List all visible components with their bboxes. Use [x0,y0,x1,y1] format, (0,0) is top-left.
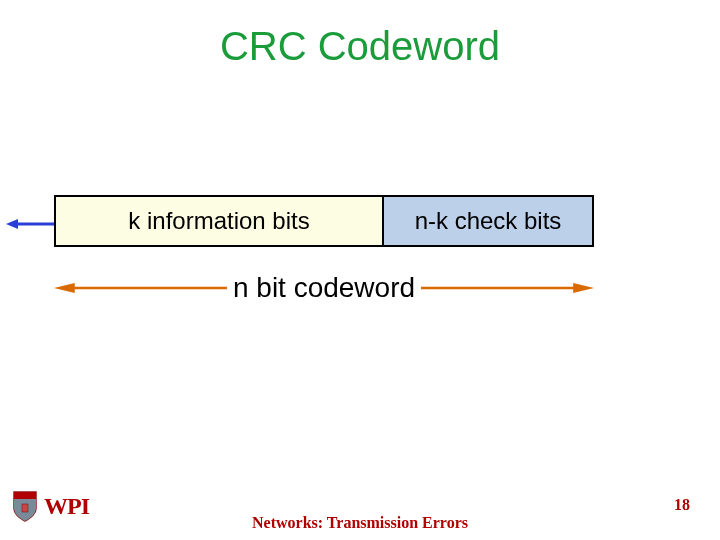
svg-rect-6 [22,504,28,512]
footer-title: Networks: Transmission Errors [0,514,720,532]
check-bits-block: n-k check bits [384,195,594,247]
svg-marker-5 [573,283,594,293]
page-number: 18 [674,496,690,514]
info-bits-label: k information bits [128,207,309,235]
slide-title: CRC Codeword [0,24,720,69]
arrow-span-left-icon [54,281,227,295]
codeword-blocks: k information bits n-k check bits [54,195,594,247]
arrow-span-right-icon [421,281,594,295]
svg-marker-1 [6,219,18,229]
svg-marker-3 [54,283,75,293]
info-bits-block: k information bits [54,195,384,247]
check-bits-label: n-k check bits [415,207,562,235]
slide: CRC Codeword k information bits n-k chec… [0,0,720,540]
arrow-left-icon [6,218,56,230]
codeword-span-row: n bit codeword [54,272,594,304]
codeword-label: n bit codeword [227,272,421,304]
